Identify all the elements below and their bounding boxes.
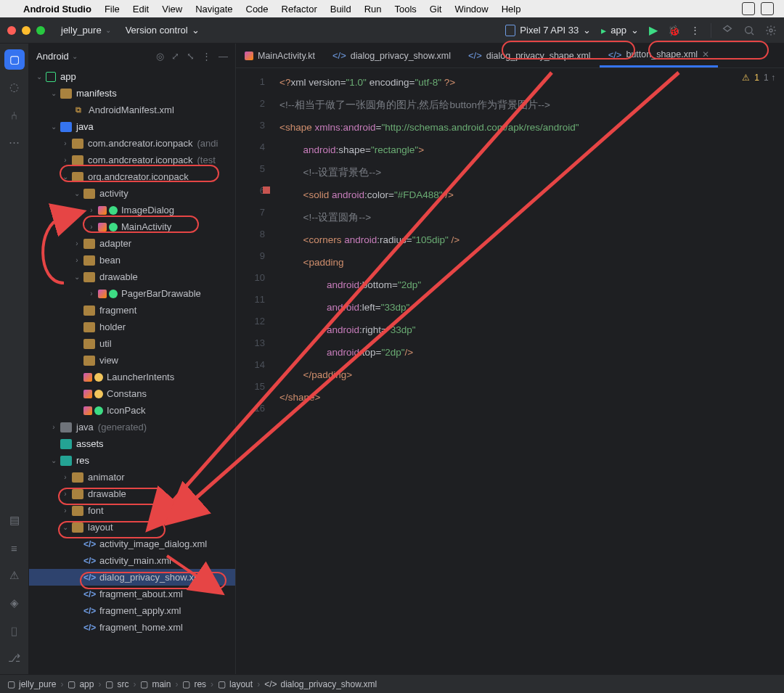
problems-tool-button[interactable]: ⚠ (4, 565, 25, 586)
vcs-selector[interactable]: Version control ⌄ (126, 25, 200, 36)
tree-adapter[interactable]: ›adapter (29, 235, 235, 252)
profiler-tool-button[interactable]: ◈ (4, 593, 25, 613)
debug-button[interactable]: 🐞 (668, 25, 680, 36)
vcs-tool-button[interactable]: ⎇ (4, 648, 25, 668)
xml-icon: </> (83, 573, 95, 583)
expand-icon[interactable]: ⤢ (171, 51, 179, 62)
crumb-main[interactable]: ▢ main (140, 679, 171, 689)
tree-view[interactable]: view (29, 352, 235, 369)
tree-res[interactable]: ⌄res (29, 452, 235, 469)
build-tool-button[interactable]: ≡ (4, 538, 25, 558)
crumb-src[interactable]: ▢ src (105, 679, 128, 689)
tree-util[interactable]: util (29, 335, 235, 352)
tree-launcherintents[interactable]: LauncherIntents (29, 369, 235, 385)
code-content[interactable]: <?xml version="1.0" encoding="utf-8" ?> … (272, 68, 784, 674)
menu-navigate[interactable]: Navigate (195, 4, 232, 15)
tree-l2[interactable]: </>activity_main.xml (29, 552, 235, 569)
run-config-selector[interactable]: ▸ app ⌄ (601, 25, 639, 36)
window-zoom-button[interactable] (36, 26, 45, 35)
menu-edit[interactable]: Edit (133, 4, 149, 15)
menu-help[interactable]: Help (502, 4, 521, 15)
menu-window[interactable]: Window (454, 4, 488, 15)
menubar-icon-2[interactable] (761, 2, 774, 15)
crumb-res[interactable]: ▢ res (182, 679, 206, 689)
gutter[interactable]: 1 2 3 4 5 6 7 8 9 10 11 12 13 14 15 16 (236, 68, 272, 674)
tree-animator[interactable]: ›animator (29, 469, 235, 485)
tree-l4[interactable]: </>fragment_about.xml (29, 586, 235, 602)
tree-androidmanifest[interactable]: ⧉AndroidManifest.xml (29, 102, 235, 118)
scope-icon[interactable]: ◎ (156, 51, 164, 62)
tree-activity[interactable]: ⌄activity (29, 185, 235, 202)
tree-pkg3[interactable]: ⌄org.andcreator.iconpack (29, 168, 235, 185)
window-minimize-button[interactable] (22, 26, 30, 35)
terminal-tool-button[interactable]: ⌷ (4, 620, 25, 641)
tree-drawable-pkg[interactable]: ⌄drawable (29, 268, 235, 285)
menu-tools[interactable]: Tools (395, 4, 417, 15)
project-tree[interactable]: ⌄app ⌄manifests ⧉AndroidManifest.xml ⌄ja… (29, 68, 235, 674)
svg-point-1 (769, 29, 772, 32)
window-close-button[interactable] (7, 26, 16, 35)
tree-fragment[interactable]: fragment (29, 302, 235, 319)
tree-java[interactable]: ⌄java (29, 118, 235, 135)
android-icon: ▸ (601, 25, 606, 36)
tree-mainactivity[interactable]: ›MainActivity (29, 218, 235, 235)
left-tool-strip: ▢ ◌ ⑃ ⋯ ▤ ≡ ⚠ ◈ ⌷ ⎇ (0, 44, 29, 674)
bookmarks-tool-button[interactable]: ▤ (4, 510, 25, 530)
menu-refactor[interactable]: Refactor (282, 4, 317, 15)
menu-git[interactable]: Git (430, 4, 442, 15)
tree-pagerbardrawable[interactable]: ›PagerBarDrawable (29, 285, 235, 302)
tree-bean[interactable]: ›bean (29, 252, 235, 268)
tree-drawable[interactable]: ›drawable (29, 485, 235, 502)
search-icon[interactable] (743, 25, 755, 36)
menu-view[interactable]: View (162, 4, 182, 15)
tree-java-gen[interactable]: ›java(generated) (29, 419, 235, 435)
tree-pkg1[interactable]: ›com.andcreator.iconpack(andi (29, 135, 235, 152)
tree-layout[interactable]: ⌄layout (29, 519, 235, 536)
tree-constans[interactable]: Constans (29, 385, 235, 402)
tab-button-shape[interactable]: </>button_shape.xml✕ (600, 44, 718, 67)
tab-mainactivity[interactable]: MainActivity.kt (236, 44, 324, 67)
menubar-icon-1[interactable] (742, 2, 755, 15)
tab-dialog-privacy-show[interactable]: </>dialog_privacy_show.xml (324, 44, 460, 67)
tree-assets[interactable]: assets (29, 435, 235, 452)
menu-build[interactable]: Build (330, 4, 351, 15)
settings-icon[interactable] (765, 25, 777, 36)
menu-file[interactable]: File (105, 4, 120, 15)
commit-tool-button[interactable]: ◌ (4, 77, 25, 97)
crumb-file[interactable]: </> dialog_privacy_show.xml (264, 679, 377, 689)
structure-tool-button[interactable]: ⑃ (4, 104, 25, 125)
tree-iconpack[interactable]: IconPack (29, 402, 235, 419)
tab-dialog-privacy-shape[interactable]: </>dialog_privacy_shape.xml (460, 44, 600, 67)
tree-l6[interactable]: </>fragment_home.xml (29, 619, 235, 636)
tree-holder[interactable]: holder (29, 319, 235, 335)
vcs-label: Version control (126, 25, 188, 36)
project-view-selector[interactable]: Android ⌄ (36, 51, 78, 62)
crumb-layout[interactable]: ▢ layout (218, 679, 253, 689)
gutter-color-swatch[interactable] (263, 186, 270, 194)
run-button[interactable]: ▶ (649, 23, 658, 37)
tree-l5[interactable]: </>fragment_apply.xml (29, 602, 235, 619)
inspection-widget[interactable]: ⚠ 1 1 ↑ (742, 73, 775, 83)
tree-manifests[interactable]: ⌄manifests (29, 85, 235, 102)
project-tool-button[interactable]: ▢ (4, 49, 25, 70)
menubar-app-name[interactable]: Android Studio (23, 4, 91, 15)
hide-panel-icon[interactable]: — (219, 51, 228, 62)
tree-font[interactable]: ›font (29, 502, 235, 519)
crumb-project[interactable]: ▢ jelly_pure (7, 679, 56, 689)
device-selector[interactable]: Pixel 7 API 33 ⌄ (505, 25, 591, 36)
tree-l1[interactable]: </>activity_image_dialog.xml (29, 536, 235, 552)
code-with-me-icon[interactable] (722, 25, 733, 36)
crumb-app[interactable]: ▢ app (68, 679, 94, 689)
tree-l3[interactable]: </>dialog_privacy_show.xml (29, 569, 235, 586)
more-actions-button[interactable]: ⋮ (690, 25, 701, 36)
options-icon[interactable]: ⋮ (202, 51, 211, 62)
tree-imagedialog[interactable]: ›ImageDialog (29, 202, 235, 218)
collapse-icon[interactable]: ⤡ (187, 51, 195, 62)
more-tool-button[interactable]: ⋯ (4, 132, 25, 152)
tree-app[interactable]: ⌄app (29, 68, 235, 85)
menu-code[interactable]: Code (246, 4, 269, 15)
project-selector[interactable]: jelly_pure ⌄ (61, 25, 111, 36)
tree-pkg2[interactable]: ›com.andcreator.iconpack(test (29, 152, 235, 168)
menu-run[interactable]: Run (364, 4, 382, 15)
close-icon[interactable]: ✕ (702, 49, 709, 60)
